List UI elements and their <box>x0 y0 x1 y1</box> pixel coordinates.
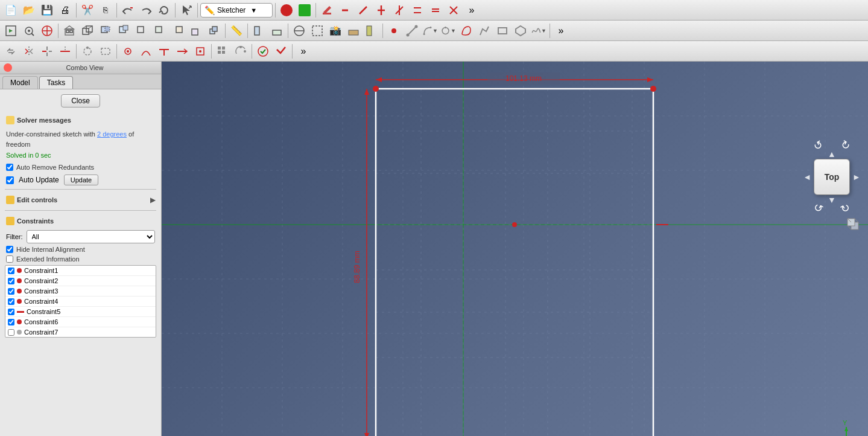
external-geo-button[interactable] <box>79 43 96 60</box>
measure-button[interactable]: 📏 <box>228 22 245 39</box>
constraint-row-1[interactable]: Constraint1 <box>5 266 156 276</box>
view-extra-button[interactable] <box>363 22 380 39</box>
cursor-button[interactable] <box>178 2 195 19</box>
equal-button[interactable] <box>427 2 444 19</box>
clip-plane-button[interactable] <box>250 22 267 39</box>
constraints-header[interactable]: Constraints <box>5 214 156 228</box>
constraint-row-5[interactable]: Constraint5 <box>5 307 156 317</box>
more-btn[interactable]: » <box>463 2 480 19</box>
diag-line-button[interactable] <box>355 2 372 19</box>
refresh-button[interactable] <box>156 2 173 19</box>
back-view-button[interactable] <box>169 22 186 39</box>
new-button[interactable]: 📄 <box>2 2 19 19</box>
line-button[interactable] <box>404 22 420 39</box>
point-button[interactable] <box>385 22 402 39</box>
canvas-area[interactable]: 101.13 mm 88.89 mm X <box>162 62 868 436</box>
c4-check[interactable] <box>8 298 14 305</box>
cube-rotate-tl[interactable]: ↺ <box>811 138 826 154</box>
view-options2-button[interactable] <box>345 22 362 39</box>
tab-tasks[interactable]: Tasks <box>39 76 74 89</box>
cube-rotate-tr[interactable]: ↻ <box>838 138 853 154</box>
c2-check[interactable] <box>8 278 14 284</box>
cut-button[interactable]: ✂️ <box>79 2 96 19</box>
conic-button[interactable] <box>458 22 475 39</box>
record-button[interactable] <box>278 2 295 19</box>
hide-internal-checkbox[interactable] <box>6 246 13 253</box>
tab-model[interactable]: Model <box>2 76 38 89</box>
constrain-btn3[interactable] <box>156 43 173 60</box>
circle-dropdown-button[interactable]: ▼ <box>440 22 457 39</box>
copy-button[interactable]: ⎘ <box>97 2 114 19</box>
c5-check[interactable] <box>8 309 14 315</box>
new-sketch-button[interactable] <box>318 2 335 19</box>
edit-controls-header[interactable]: Edit controls ▶ <box>5 193 156 207</box>
open-button[interactable]: 📂 <box>21 2 37 19</box>
c6-check[interactable] <box>8 319 14 325</box>
top-view-button[interactable] <box>115 22 132 39</box>
sync-button[interactable] <box>2 43 19 60</box>
redo-button[interactable] <box>138 2 154 19</box>
constraint-row-3[interactable]: Constraint3 <box>5 286 156 297</box>
c3-check[interactable] <box>8 288 14 295</box>
validate-button[interactable] <box>255 43 271 60</box>
snapshot-button[interactable]: 📸 <box>327 22 344 39</box>
collinear-button[interactable] <box>138 43 154 60</box>
vert-line-button[interactable] <box>373 2 390 19</box>
check-button[interactable] <box>273 43 290 60</box>
update-button[interactable]: Update <box>64 175 98 185</box>
cube-face-top[interactable]: Top <box>814 159 850 195</box>
constraint-row-4[interactable]: Constraint4 <box>5 297 156 307</box>
play-button[interactable] <box>296 2 313 19</box>
constraint-row-2[interactable]: Constraint2 <box>5 276 156 286</box>
panel-close-button[interactable] <box>4 63 12 72</box>
cube-right-arrow[interactable]: ► <box>852 172 861 182</box>
fit-selection-button[interactable] <box>21 22 37 39</box>
view-section-button[interactable] <box>291 22 308 39</box>
left-view-button[interactable] <box>151 22 168 39</box>
view-box-button[interactable] <box>309 22 326 39</box>
polar-array-button[interactable] <box>232 43 249 60</box>
bspline-button[interactable]: ▼ <box>530 22 547 39</box>
arc-dropdown-button[interactable]: ▼ <box>422 22 439 39</box>
more3-btn[interactable]: » <box>295 43 312 60</box>
extended-info-checkbox[interactable] <box>6 255 13 263</box>
constraint-row-6[interactable]: Constraint6 <box>5 317 156 327</box>
solver-section-header[interactable]: Solver messages <box>5 114 156 127</box>
cube-down-arrow[interactable]: ▼ <box>828 195 836 205</box>
home-view-button[interactable] <box>61 22 78 39</box>
perspective-button[interactable] <box>79 22 96 39</box>
workbench-selector[interactable]: ✏️ Sketcher ▼ <box>200 3 273 18</box>
mirror-button[interactable] <box>21 43 37 60</box>
auto-remove-checkbox[interactable] <box>6 164 13 171</box>
filter-select[interactable]: All <box>27 230 156 243</box>
print-button[interactable]: 🖨 <box>57 2 74 19</box>
auto-update-checkbox[interactable] <box>6 176 14 184</box>
constrain-btn4[interactable] <box>174 43 191 60</box>
fit-all-button[interactable] <box>2 22 19 39</box>
array-button[interactable] <box>214 43 231 60</box>
cube-up-arrow[interactable]: ▲ <box>828 149 836 159</box>
more2-btn[interactable]: » <box>553 22 569 39</box>
symmetric-button[interactable] <box>445 2 462 19</box>
save-button[interactable]: 💾 <box>39 2 55 19</box>
convert-button[interactable] <box>97 43 114 60</box>
front-view-button[interactable] <box>97 22 114 39</box>
degrees-link[interactable]: 2 degrees <box>97 130 127 138</box>
rectangle-button[interactable] <box>494 22 511 39</box>
view-options-button[interactable] <box>39 22 55 39</box>
cube-left-arrow[interactable]: ◄ <box>803 172 811 182</box>
part-button[interactable] <box>268 22 285 39</box>
attach-button[interactable] <box>337 2 353 19</box>
c1-check[interactable] <box>8 268 14 274</box>
right-view-button[interactable] <box>133 22 150 39</box>
polygon-button[interactable] <box>512 22 529 39</box>
c7-check[interactable] <box>8 329 14 336</box>
split-button[interactable] <box>57 43 74 60</box>
constrain-btn5[interactable] <box>192 43 209 60</box>
trim-button[interactable] <box>39 43 55 60</box>
constraint-row-7[interactable]: Constraint7 <box>5 327 156 337</box>
bottom-view-button[interactable] <box>188 22 204 39</box>
parallel-button[interactable] <box>409 2 426 19</box>
cube-rotate-bl[interactable]: ↺ <box>811 200 826 217</box>
t-intersect-button[interactable] <box>391 2 408 19</box>
